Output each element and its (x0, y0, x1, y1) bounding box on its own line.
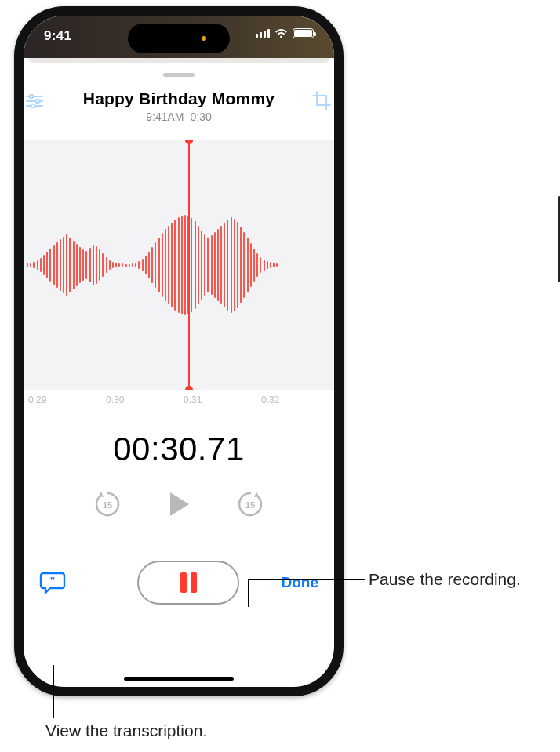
settings-button[interactable] (24, 89, 45, 111)
dynamic-island (128, 24, 230, 53)
crop-button[interactable] (311, 89, 333, 111)
callout-transcription: View the transcription. (45, 721, 207, 740)
pause-button[interactable] (137, 561, 239, 605)
status-right (256, 28, 315, 38)
callout-leader (53, 665, 54, 718)
recording-subtitle: 9:41AM0:30 (24, 111, 334, 123)
time-ticks: 0:29 0:30 0:31 0:32 (24, 390, 334, 405)
transcription-button[interactable]: ” (39, 571, 66, 594)
phone-frame: 9:41 Happy Birthday Mommy 9:41AM0:30 0:2… (14, 6, 344, 696)
skip-forward-15-button[interactable]: 15 (235, 489, 266, 520)
bottom-controls: ” Done (24, 561, 334, 605)
callout-leader (248, 579, 365, 580)
status-time: 9:41 (44, 28, 71, 44)
svg-point-5 (31, 104, 35, 108)
tick: 0:29 (24, 394, 101, 405)
waveform-area[interactable] (24, 140, 334, 390)
svg-text:15: 15 (245, 500, 255, 510)
skip-back-15-button[interactable]: 15 (92, 489, 123, 520)
wifi-icon (275, 29, 288, 38)
cellular-icon (256, 29, 271, 38)
recording-title[interactable]: Happy Birthday Mommy (24, 89, 334, 108)
status-bar: 9:41 (24, 16, 334, 58)
tick: 0:32 (256, 394, 334, 405)
svg-point-4 (36, 100, 40, 104)
svg-point-3 (30, 95, 34, 99)
callout-leader (248, 579, 249, 607)
tick: 0:31 (179, 394, 256, 405)
play-button[interactable] (165, 491, 192, 518)
sheet-handle-area[interactable] (24, 58, 334, 83)
pause-icon (180, 572, 197, 593)
sheet-grabber-icon (163, 73, 195, 77)
playhead-icon[interactable] (188, 140, 190, 390)
svg-text:”: ” (50, 575, 56, 587)
waveform (24, 210, 334, 320)
recording-duration: 0:30 (191, 111, 212, 123)
transport-controls: 15 15 (24, 489, 334, 520)
recording-header: Happy Birthday Mommy 9:41AM0:30 (24, 83, 334, 131)
elapsed-time: 00:30.71 (24, 430, 334, 468)
battery-icon (293, 28, 314, 38)
done-button[interactable]: Done (282, 574, 319, 591)
home-indicator[interactable] (124, 677, 234, 681)
tick: 0:30 (101, 394, 179, 405)
callout-pause: Pause the recording. (369, 570, 521, 589)
recording-timestamp: 9:41AM (146, 111, 184, 123)
svg-text:15: 15 (103, 500, 112, 510)
